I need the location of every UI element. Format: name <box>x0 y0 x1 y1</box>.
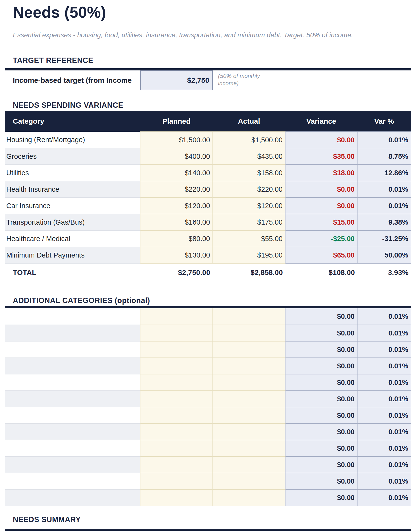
income-target-note: (50% of monthly income) <box>218 70 278 87</box>
additional-planned-cell[interactable] <box>140 407 213 424</box>
additional-variance-cell: $0.00 <box>285 391 357 407</box>
additional-category-row: $0.000.01% <box>5 424 411 440</box>
planned-cell[interactable]: $1,500.00 <box>140 132 213 148</box>
additional-planned-cell[interactable] <box>140 391 213 407</box>
additional-var-pct-cell: 0.01% <box>357 440 411 456</box>
actual-cell[interactable]: $158.00 <box>213 165 285 181</box>
income-target-label: Income-based target (from Income <box>5 70 140 90</box>
variance-row: Groceries$400.00$435.00$35.008.75% <box>5 148 411 165</box>
additional-planned-cell[interactable] <box>140 341 213 358</box>
additional-actual-cell[interactable] <box>213 473 285 489</box>
income-target-input[interactable]: $2,750 <box>140 70 213 90</box>
additional-category-cell[interactable] <box>5 456 140 473</box>
additional-variance-cell: $0.00 <box>285 325 357 341</box>
additional-planned-cell[interactable] <box>140 440 213 456</box>
additional-planned-cell[interactable] <box>140 358 213 374</box>
additional-category-row: $0.000.01% <box>5 308 411 325</box>
var-pct-cell: 8.75% <box>357 148 411 165</box>
actual-cell[interactable]: $55.00 <box>213 230 285 247</box>
total-variance: $108.00 <box>285 263 357 281</box>
additional-actual-cell[interactable] <box>213 341 285 358</box>
additional-planned-cell[interactable] <box>140 325 213 341</box>
planned-cell[interactable]: $160.00 <box>140 214 213 230</box>
actual-cell[interactable]: $120.00 <box>213 197 285 214</box>
needs-sheet: Needs (50%) Essential expenses - housing… <box>0 3 416 531</box>
section-heading-needs-spending-variance: NEEDS SPENDING VARIANCE <box>13 101 416 110</box>
additional-category-cell[interactable] <box>5 341 140 358</box>
column-header-planned: Planned <box>140 111 213 132</box>
variance-row: Utilities$140.00$158.00$18.0012.86% <box>5 165 411 181</box>
additional-var-pct-cell: 0.01% <box>357 489 411 506</box>
additional-category-cell[interactable] <box>5 325 140 341</box>
additional-variance-cell: $0.00 <box>285 358 357 374</box>
variance-row: Health Insurance$220.00$220.00$0.000.01% <box>5 181 411 197</box>
additional-category-row: $0.000.01% <box>5 456 411 473</box>
section-heading-additional-categories: ADDITIONAL CATEGORIES (optional) <box>13 296 416 305</box>
category-cell: Healthcare / Medical <box>5 230 140 247</box>
additional-var-pct-cell: 0.01% <box>357 473 411 489</box>
additional-category-cell[interactable] <box>5 308 140 325</box>
planned-cell[interactable]: $400.00 <box>140 148 213 165</box>
additional-planned-cell[interactable] <box>140 489 213 506</box>
category-cell: Minimum Debt Payments <box>5 247 140 263</box>
additional-planned-cell[interactable] <box>140 424 213 440</box>
actual-cell[interactable]: $175.00 <box>213 214 285 230</box>
additional-actual-cell[interactable] <box>213 308 285 325</box>
variance-cell: $35.00 <box>285 148 357 165</box>
additional-actual-cell[interactable] <box>213 374 285 391</box>
additional-category-cell[interactable] <box>5 440 140 456</box>
additional-actual-cell[interactable] <box>213 325 285 341</box>
variance-cell: $0.00 <box>285 197 357 214</box>
variance-row: Car Insurance$120.00$120.00$0.000.01% <box>5 197 411 214</box>
additional-planned-cell[interactable] <box>140 308 213 325</box>
section-heading-needs-summary: NEEDS SUMMARY <box>13 515 416 524</box>
var-pct-cell: 9.38% <box>357 214 411 230</box>
additional-actual-cell[interactable] <box>213 440 285 456</box>
additional-variance-cell: $0.00 <box>285 424 357 440</box>
var-pct-cell: 0.01% <box>357 181 411 197</box>
additional-category-cell[interactable] <box>5 473 140 489</box>
actual-cell[interactable]: $435.00 <box>213 148 285 165</box>
actual-cell[interactable]: $1,500.00 <box>213 132 285 148</box>
additional-category-cell[interactable] <box>5 407 140 424</box>
column-header-var-pct: Var % <box>357 111 411 132</box>
additional-category-cell[interactable] <box>5 374 140 391</box>
variance-row: Transportation (Gas/Bus)$160.00$175.00$1… <box>5 214 411 230</box>
additional-variance-cell: $0.00 <box>285 440 357 456</box>
additional-category-row: $0.000.01% <box>5 407 411 424</box>
additional-var-pct-cell: 0.01% <box>357 374 411 391</box>
planned-cell[interactable]: $80.00 <box>140 230 213 247</box>
additional-category-cell[interactable] <box>5 358 140 374</box>
additional-actual-cell[interactable] <box>213 391 285 407</box>
additional-planned-cell[interactable] <box>140 473 213 489</box>
var-pct-cell: 12.86% <box>357 165 411 181</box>
additional-var-pct-cell: 0.01% <box>357 358 411 374</box>
additional-category-row: $0.000.01% <box>5 489 411 506</box>
planned-cell[interactable]: $120.00 <box>140 197 213 214</box>
planned-cell[interactable]: $130.00 <box>140 247 213 263</box>
variance-cell: $18.00 <box>285 165 357 181</box>
actual-cell[interactable]: $220.00 <box>213 181 285 197</box>
variance-header-row: Category Planned Actual Variance Var % <box>5 111 411 132</box>
planned-cell[interactable]: $220.00 <box>140 181 213 197</box>
additional-var-pct-cell: 0.01% <box>357 391 411 407</box>
variance-total-row: TOTAL $2,750.00 $2,858.00 $108.00 3.93% <box>5 263 411 281</box>
additional-variance-cell: $0.00 <box>285 374 357 391</box>
additional-var-pct-cell: 0.01% <box>357 456 411 473</box>
page-subtitle: Essential expenses - housing, food, util… <box>13 31 403 39</box>
additional-category-cell[interactable] <box>5 391 140 407</box>
additional-variance-cell: $0.00 <box>285 456 357 473</box>
actual-cell[interactable]: $195.00 <box>213 247 285 263</box>
additional-planned-cell[interactable] <box>140 456 213 473</box>
additional-actual-cell[interactable] <box>213 407 285 424</box>
planned-cell[interactable]: $140.00 <box>140 165 213 181</box>
additional-table-body: $0.000.01%$0.000.01%$0.000.01%$0.000.01%… <box>5 308 411 506</box>
additional-actual-cell[interactable] <box>213 424 285 440</box>
needs-summary-table-top-border <box>5 529 411 531</box>
additional-category-cell[interactable] <box>5 489 140 506</box>
additional-actual-cell[interactable] <box>213 456 285 473</box>
additional-actual-cell[interactable] <box>213 358 285 374</box>
additional-actual-cell[interactable] <box>213 489 285 506</box>
additional-planned-cell[interactable] <box>140 374 213 391</box>
additional-category-cell[interactable] <box>5 424 140 440</box>
